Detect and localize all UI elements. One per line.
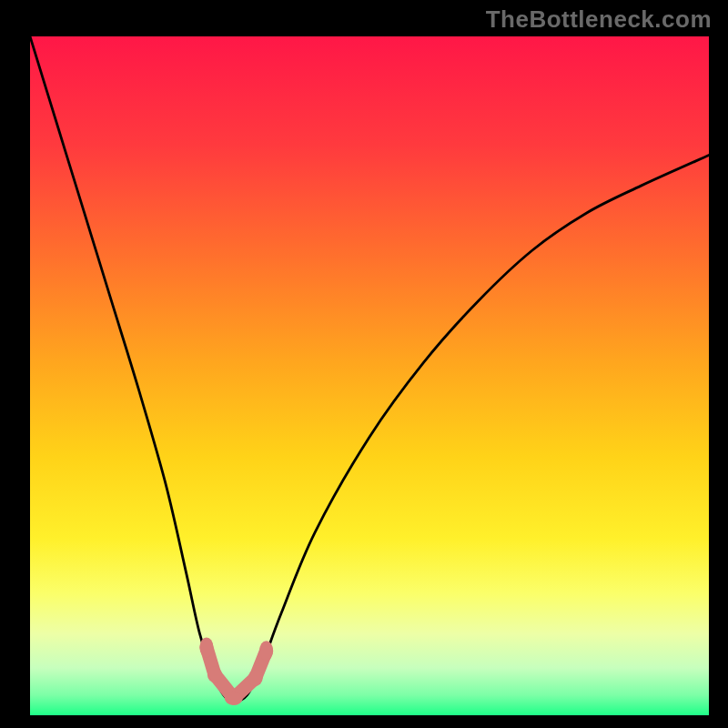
gradient-background	[30, 36, 709, 715]
svg-rect-0	[30, 36, 709, 715]
watermark-text: TheBottleneck.com	[486, 5, 712, 34]
chart-container: TheBottleneck.com	[0, 0, 728, 728]
plot-area	[30, 36, 709, 715]
